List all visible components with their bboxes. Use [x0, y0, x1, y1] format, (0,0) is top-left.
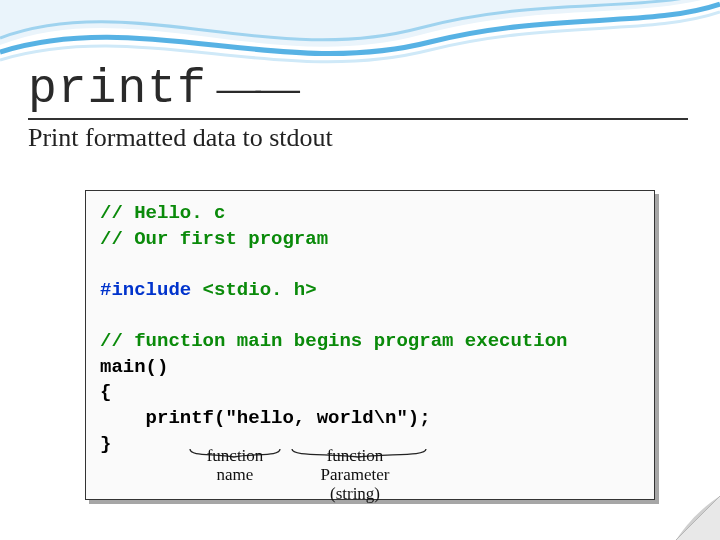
code-comment-3: // function main begins program executio…: [100, 329, 640, 355]
code-main: main(): [100, 355, 640, 381]
code-blank-1: [100, 252, 640, 278]
annotation-function-name: functionname: [190, 447, 280, 484]
code-block: // Hello. c // Our first program #includ…: [85, 190, 655, 500]
code-printf: printf("hello, world\n");: [100, 406, 640, 432]
code-brace-open: {: [100, 380, 640, 406]
annotation-function-param: functionParameter(string): [300, 447, 410, 503]
title-function-name: printf: [28, 62, 207, 116]
annotation-labels: functionname functionParameter(string): [86, 451, 656, 499]
slide-heading: printf —— Print formatted data to stdout: [28, 62, 688, 153]
code-blank-2: [100, 304, 640, 330]
title-subtitle: Print formatted data to stdout: [28, 123, 688, 153]
code-comment-2: // Our first program: [100, 227, 640, 253]
code-comment-1: // Hello. c: [100, 201, 640, 227]
title-underline: [28, 118, 688, 120]
code-include: #include <stdio. h>: [100, 278, 640, 304]
title-dash: ——: [217, 63, 295, 112]
page-curl-icon: [676, 496, 720, 540]
